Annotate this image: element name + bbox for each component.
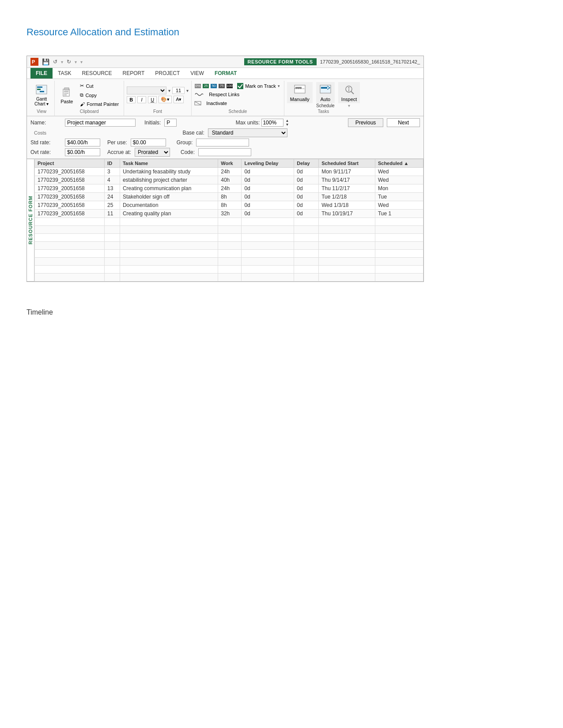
cell-delay[interactable]: 0d [294, 210, 319, 218]
cell-project[interactable]: 1770239_20051658 [35, 193, 105, 201]
cell-work[interactable]: 8h [218, 193, 242, 201]
cell-scheduled[interactable]: Mon [375, 184, 423, 193]
group-input[interactable] [196, 139, 249, 146]
cell-id[interactable]: 25 [105, 201, 120, 210]
cell-id[interactable]: 3 [105, 168, 120, 176]
cell-lev_delay[interactable]: 0d [242, 193, 294, 201]
timeline-label: Timeline [26, 308, 537, 316]
cell-scheduled[interactable]: Wed [375, 176, 423, 184]
tab-project[interactable]: PROJECT [150, 68, 185, 79]
table-empty-row [35, 274, 423, 281]
gantt-chart-button[interactable]: GanttChart ▾ [31, 82, 52, 108]
undo-dropdown[interactable]: ▾ [61, 60, 63, 64]
underline-button[interactable]: U [148, 96, 157, 103]
format-painter-button[interactable]: 🖌 Format Painter [78, 100, 121, 108]
accrue-at-select[interactable]: Prorated Start End [135, 148, 170, 157]
cell-delay[interactable]: 0d [294, 201, 319, 210]
tab-resource[interactable]: RESOURCE [76, 68, 117, 79]
initials-input[interactable] [164, 119, 177, 127]
ms-project-window: P 💾 ↺ ▾ ↻ ▾ ▾ RESOURCE FORM TOOLS 177023… [26, 56, 424, 282]
max-units-input[interactable] [261, 119, 283, 127]
undo-button[interactable]: ↺ [53, 59, 57, 65]
tab-file[interactable]: FILE [30, 68, 53, 79]
cell-work[interactable]: 32h [218, 210, 242, 218]
cut-button[interactable]: ✂ Cut [78, 82, 121, 90]
highlight-button[interactable]: 🎨▾ [159, 96, 172, 103]
cell-sched_start[interactable]: Mon 9/11/17 [319, 168, 375, 176]
project-table: Project ID Task Name Work Leveling Delay… [34, 159, 423, 281]
view-group-label: View [37, 109, 46, 114]
col-delay: Delay [294, 159, 319, 168]
cell-id[interactable]: 24 [105, 193, 120, 201]
cell-sched_start[interactable]: Thu 11/2/17 [319, 184, 375, 193]
cell-task[interactable]: Documentation [120, 201, 218, 210]
cell-task[interactable]: Undertaking feasability study [120, 168, 218, 176]
bold-button[interactable]: B [127, 96, 136, 103]
ovt-rate-input[interactable] [65, 148, 100, 156]
cell-delay[interactable]: 0d [294, 176, 319, 184]
cell-work[interactable]: 24h [218, 184, 242, 193]
std-rate-input[interactable] [65, 139, 100, 146]
cell-project[interactable]: 1770239_20051658 [35, 168, 105, 176]
tab-format[interactable]: FORMAT [209, 68, 242, 79]
cell-lev_delay[interactable]: 0d [242, 201, 294, 210]
redo-dropdown[interactable]: ▾ [75, 60, 77, 64]
inspect-button[interactable]: Inspect [338, 82, 360, 103]
cell-id[interactable]: 13 [105, 184, 120, 193]
inactivate-button[interactable]: Inactivate [204, 99, 229, 107]
font-color-button[interactable]: A▾ [174, 96, 184, 103]
cell-lev_delay[interactable]: 0d [242, 210, 294, 218]
tab-view[interactable]: VIEW [185, 68, 209, 79]
next-button[interactable]: Next [387, 118, 420, 127]
cell-sched_start[interactable]: Wed 1/3/18 [319, 201, 375, 210]
cell-delay[interactable]: 0d [294, 184, 319, 193]
cell-task[interactable]: Creating quality plan [120, 210, 218, 218]
auto-schedule-button[interactable]: Auto [316, 82, 335, 103]
save-button[interactable]: 💾 [42, 58, 49, 65]
copy-button[interactable]: ⧉ Copy [78, 91, 121, 99]
cell-work[interactable]: 24h [218, 168, 242, 176]
inspect-dropdown[interactable]: ▾ [348, 103, 350, 108]
cell-work[interactable]: 8h [218, 201, 242, 210]
tab-report[interactable]: REPORT [117, 68, 150, 79]
tab-task[interactable]: TASK [53, 68, 76, 79]
cell-id[interactable]: 11 [105, 210, 120, 218]
cell-scheduled[interactable]: Tue [375, 193, 423, 201]
cell-delay[interactable]: 0d [294, 168, 319, 176]
cell-lev_delay[interactable]: 0d [242, 176, 294, 184]
mark-on-track-button[interactable]: Mark on Track ▾ [236, 83, 281, 90]
redo-button[interactable]: ↻ [67, 59, 71, 65]
cell-sched_start[interactable]: Thu 10/19/17 [319, 210, 375, 218]
spinner-up-down[interactable]: ▲▼ [285, 119, 289, 127]
inactivate-row: Inactivate [194, 99, 229, 107]
cell-task[interactable]: Stakeholder sign off [120, 193, 218, 201]
paste-button[interactable]: Paste [57, 84, 76, 105]
cell-project[interactable]: 1770239_20051658 [35, 210, 105, 218]
cell-scheduled[interactable]: Tue 1 [375, 210, 423, 218]
per-use-input[interactable] [131, 139, 166, 146]
cell-delay[interactable]: 0d [294, 193, 319, 201]
cell-project[interactable]: 1770239_20051658 [35, 201, 105, 210]
italic-button[interactable]: I [137, 96, 146, 103]
manually-schedule-button[interactable]: Manually [287, 82, 313, 103]
cell-lev_delay[interactable]: 0d [242, 184, 294, 193]
cell-task[interactable]: estabilishing project charter [120, 176, 218, 184]
customize-qat[interactable]: ▾ [80, 60, 83, 64]
cell-project[interactable]: 1770239_20051658 [35, 184, 105, 193]
cell-id[interactable]: 4 [105, 176, 120, 184]
font-family-select[interactable] [127, 86, 166, 94]
font-size-input[interactable] [172, 87, 185, 94]
cell-sched_start[interactable]: Tue 1/2/18 [319, 193, 375, 201]
cell-lev_delay[interactable]: 0d [242, 168, 294, 176]
respect-links-button[interactable]: Respect Links [207, 90, 242, 98]
cell-scheduled[interactable]: Wed [375, 168, 423, 176]
cell-work[interactable]: 40h [218, 176, 242, 184]
cell-sched_start[interactable]: Thu 9/14/17 [319, 176, 375, 184]
code-input[interactable] [198, 148, 251, 156]
cell-task[interactable]: Creating communication plan [120, 184, 218, 193]
cell-project[interactable]: 1770239_20051658 [35, 176, 105, 184]
previous-button[interactable]: Previous [348, 118, 384, 127]
name-input[interactable] [65, 119, 136, 127]
cell-scheduled[interactable]: Wed [375, 201, 423, 210]
base-cal-select[interactable]: Standard [208, 128, 287, 137]
